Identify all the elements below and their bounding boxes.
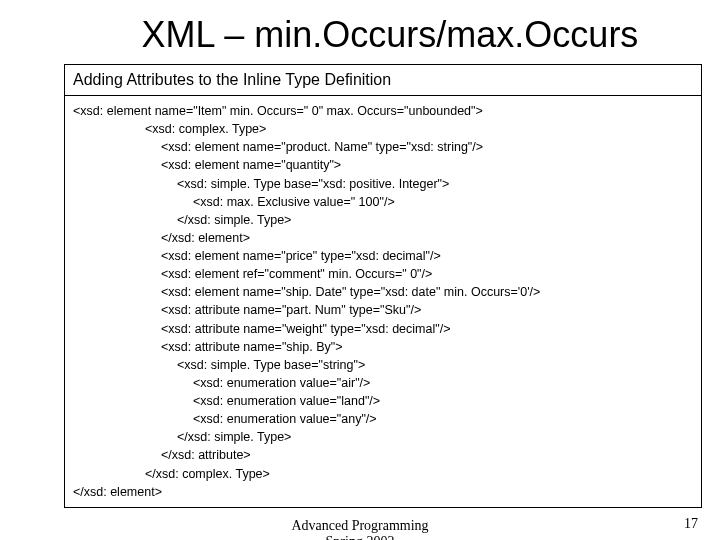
code-line: <xsd: enumeration value="any"/> bbox=[73, 410, 693, 428]
box-body: <xsd: element name="Item" min. Occurs=" … bbox=[65, 96, 701, 507]
content-box: Adding Attributes to the Inline Type Def… bbox=[64, 64, 702, 508]
code-line: <xsd: attribute name="ship. By"> bbox=[73, 338, 693, 356]
code-line: </xsd: element> bbox=[73, 229, 693, 247]
code-line: </xsd: simple. Type> bbox=[73, 211, 693, 229]
page-number: 17 bbox=[684, 516, 698, 532]
footer: Advanced Programming Spring 2002 bbox=[0, 518, 720, 540]
slide-title: XML – min.Occurs/max.Occurs bbox=[0, 14, 720, 56]
code-line: <xsd: element name="price" type="xsd: de… bbox=[73, 247, 693, 265]
code-line: <xsd: max. Exclusive value=" 100"/> bbox=[73, 193, 693, 211]
box-header: Adding Attributes to the Inline Type Def… bbox=[65, 65, 701, 96]
slide: XML – min.Occurs/max.Occurs Adding Attri… bbox=[0, 14, 720, 540]
code-line: </xsd: element> bbox=[73, 483, 693, 501]
code-line: <xsd: attribute name="part. Num" type="S… bbox=[73, 301, 693, 319]
code-line: <xsd: enumeration value="air"/> bbox=[73, 374, 693, 392]
code-line: <xsd: element name="product. Name" type=… bbox=[73, 138, 693, 156]
code-line: <xsd: simple. Type base="xsd: positive. … bbox=[73, 175, 693, 193]
code-line: <xsd: element ref="comment" min. Occurs=… bbox=[73, 265, 693, 283]
code-line: </xsd: complex. Type> bbox=[73, 465, 693, 483]
code-line: </xsd: attribute> bbox=[73, 446, 693, 464]
footer-line1: Advanced Programming bbox=[291, 518, 428, 533]
code-line: </xsd: simple. Type> bbox=[73, 428, 693, 446]
code-line: <xsd: element name="ship. Date" type="xs… bbox=[73, 283, 693, 301]
code-line: <xsd: attribute name="weight" type="xsd:… bbox=[73, 320, 693, 338]
code-line: <xsd: complex. Type> bbox=[73, 120, 693, 138]
code-line: <xsd: simple. Type base="string"> bbox=[73, 356, 693, 374]
code-line: <xsd: enumeration value="land"/> bbox=[73, 392, 693, 410]
code-line: <xsd: element name="quantity"> bbox=[73, 156, 693, 174]
code-line: <xsd: element name="Item" min. Occurs=" … bbox=[73, 102, 693, 120]
footer-line2: Spring 2002 bbox=[326, 534, 395, 540]
